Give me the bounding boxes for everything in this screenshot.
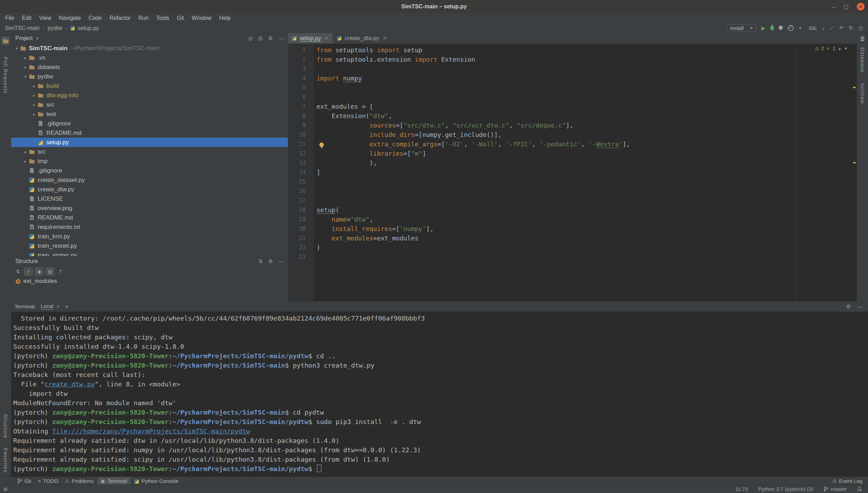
warning-mark[interactable] <box>853 87 856 88</box>
close-tab-icon[interactable]: ✕ <box>56 304 60 309</box>
show-variables-icon[interactable]: ◉ <box>35 268 44 276</box>
code-line-22[interactable]: ) <box>314 243 857 252</box>
line-number[interactable]: 6 <box>288 92 314 102</box>
line-number[interactable]: 1 <box>288 45 314 55</box>
tree-item-src[interactable]: ▸src <box>11 100 288 109</box>
line-number[interactable]: 7 <box>288 102 314 111</box>
line-number[interactable]: 13 <box>288 158 314 168</box>
code-line-19[interactable]: name="dtw", <box>314 215 857 224</box>
menu-item-refactor[interactable]: Refactor <box>106 13 134 23</box>
code-line-17[interactable] <box>314 196 857 205</box>
hide-panel-icon[interactable]: — <box>279 35 284 41</box>
tree-item-train-resnet-py[interactable]: train_resnet.py <box>11 241 288 251</box>
code-line-16[interactable] <box>314 186 857 196</box>
line-number[interactable]: 14 <box>288 168 314 177</box>
code-line-6[interactable] <box>314 92 857 102</box>
breadcrumb-pydtw[interactable]: pydtw <box>48 25 62 31</box>
code-line-2[interactable]: from setuptools.extension import Extensi… <box>314 55 857 64</box>
locate-file-icon[interactable]: ◎ <box>248 35 253 41</box>
debug-button[interactable] <box>770 26 774 30</box>
terminal-settings-gear-icon[interactable]: ⚙ <box>846 303 851 310</box>
chevron-right-icon[interactable]: ▸ <box>31 84 38 88</box>
line-number[interactable]: 8 <box>288 111 314 121</box>
line-number[interactable]: 20 <box>288 224 314 233</box>
chevron-down-icon[interactable]: ▼ <box>36 37 39 40</box>
chevron-right-icon[interactable]: ▸ <box>31 93 38 98</box>
close-tab-icon[interactable]: ✕ <box>383 35 387 41</box>
toolwindow-button-terminal[interactable]: ▣Terminal <box>97 477 131 485</box>
tool-stripe-label-sciview[interactable]: SciView <box>860 83 866 104</box>
chevron-right-icon[interactable]: ▸ <box>22 159 29 164</box>
previous-issue-icon[interactable]: ▲ <box>838 46 842 51</box>
editor-body[interactable]: 1234567891011121314151617181920212223 fr… <box>288 44 857 301</box>
show-text-icon[interactable]: T <box>56 268 64 275</box>
sort-icon[interactable]: ⇅ <box>258 258 263 264</box>
new-session-button[interactable]: + <box>65 303 68 310</box>
warning-mark[interactable] <box>853 162 856 163</box>
code-line-1[interactable]: from setuptools import setup <box>314 45 857 55</box>
menu-item-edit[interactable]: Edit <box>18 13 36 23</box>
menu-item-view[interactable]: View <box>35 13 55 23</box>
toolwindow-button-todo[interactable]: ≡TODO <box>35 477 62 485</box>
sort-alphabetically-icon[interactable]: ⇅ <box>14 268 22 275</box>
git-commit-button[interactable]: ✓ <box>830 25 834 31</box>
line-number[interactable]: 11 <box>288 139 314 149</box>
tree-item-simtsc-main[interactable]: ▾SimTSC-main~/PycharmProjects/SimTSC-mai… <box>11 44 288 53</box>
menu-item-file[interactable]: File <box>1 13 18 23</box>
event-log-button[interactable]: ◷ Event Log <box>832 478 868 484</box>
menu-item-help[interactable]: Help <box>215 13 235 23</box>
code-area[interactable]: from setuptools import setupfrom setupto… <box>314 44 857 301</box>
tree-item-train-knn-py[interactable]: train_knn.py <box>11 232 288 241</box>
code-line-7[interactable]: ext_modules = [ <box>314 102 857 111</box>
code-line-5[interactable] <box>314 83 857 92</box>
chevron-down-icon[interactable]: ▾ <box>22 74 29 79</box>
notifications-bell-icon[interactable] <box>857 486 862 492</box>
line-number[interactable]: 18 <box>288 205 314 215</box>
toolwindow-button-git[interactable]: Git <box>14 477 35 485</box>
tool-stripe-label-structure[interactable]: Structure <box>3 414 9 438</box>
tool-stripe-label-favorites[interactable]: Favorites <box>3 448 9 473</box>
code-line-23[interactable] <box>314 252 857 262</box>
menu-item-code[interactable]: Code <box>85 13 106 23</box>
tree-item-dtw-egg-info[interactable]: ▸dtw.egg-info <box>11 91 288 100</box>
line-number[interactable]: 16 <box>288 186 314 196</box>
toolwindow-button-problems[interactable]: ⚠Problems <box>62 477 97 485</box>
profiler-button[interactable] <box>788 25 794 31</box>
run-configuration-select[interactable]: install ▼ <box>726 24 756 32</box>
close-button[interactable]: ✕ <box>857 3 865 10</box>
tree-item-build[interactable]: ▸build <box>11 81 288 91</box>
collapse-all-icon[interactable]: ⊟ <box>258 35 263 41</box>
line-number[interactable]: 12 <box>288 149 314 158</box>
chevron-right-icon[interactable]: ▸ <box>31 102 38 107</box>
line-number[interactable]: 22 <box>288 243 314 252</box>
code-line-12[interactable]: libraries=["m"] <box>314 149 857 158</box>
git-update-button[interactable]: ↓ <box>822 25 825 31</box>
line-number[interactable]: 2 <box>288 55 314 64</box>
terminal-tab-local[interactable]: Local ✕ <box>41 303 60 310</box>
next-issue-icon[interactable]: ▼ <box>844 46 848 51</box>
tree-item--vs[interactable]: ▸.vs <box>11 53 288 62</box>
line-number[interactable]: 5 <box>288 83 314 92</box>
line-number[interactable]: 23 <box>288 252 314 262</box>
tool-stripe-label-database[interactable]: Database <box>860 47 866 72</box>
group-by-icon[interactable]: ▤ <box>46 268 54 276</box>
chevron-right-icon[interactable]: ▸ <box>22 149 29 154</box>
maximize-button[interactable]: ▢ <box>844 3 848 10</box>
chevron-right-icon[interactable]: ▸ <box>22 55 29 60</box>
minimize-button[interactable]: – <box>832 4 835 10</box>
editor-tab-setup-py[interactable]: setup.py✕ <box>288 33 333 44</box>
line-number[interactable]: 21 <box>288 233 314 243</box>
tree-item-create-dtw-py[interactable]: create_dtw.py <box>11 185 288 194</box>
code-line-21[interactable]: ext_modules=ext_modules <box>314 233 857 243</box>
tree-item-pydtw[interactable]: ▾pydtw <box>11 72 288 81</box>
code-line-11[interactable]: extra_compile_args=['-O2', '-Wall', '-fP… <box>314 139 857 149</box>
tree-item-tmp[interactable]: ▸tmp <box>11 156 288 166</box>
settings-gear-icon[interactable]: ⚙ <box>268 258 273 264</box>
run-button[interactable]: ▶ <box>761 25 766 31</box>
tree-item-datasets[interactable]: ▸datasets <box>11 62 288 72</box>
tree-item-src[interactable]: ▸src <box>11 147 288 156</box>
settings-gear-icon[interactable]: ⚙ <box>268 35 273 41</box>
close-tab-icon[interactable]: ✕ <box>324 35 329 41</box>
code-line-8[interactable]: Extension("dtw", <box>314 111 857 121</box>
hide-panel-icon[interactable]: — <box>279 258 284 264</box>
